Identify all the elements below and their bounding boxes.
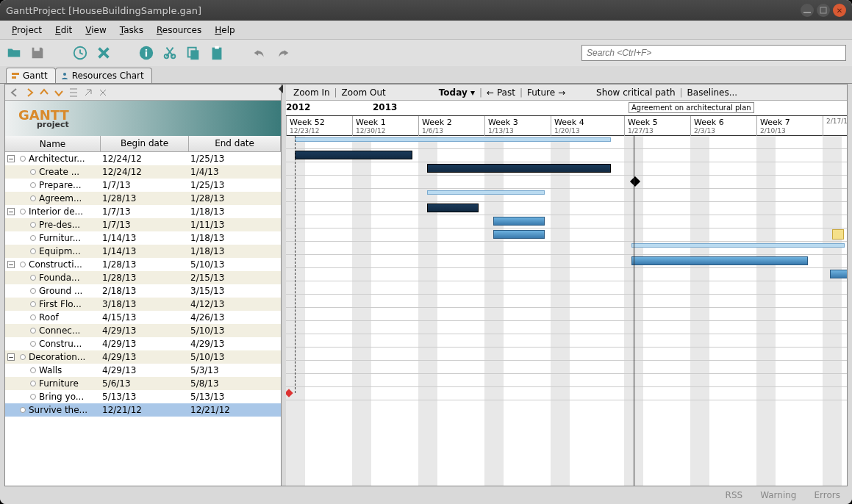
task-begin: 4/29/13 — [101, 365, 189, 375]
cut-icon[interactable] — [162, 45, 178, 61]
link-icon[interactable] — [83, 87, 93, 98]
table-row[interactable]: Pre-des...1/7/131/11/13 — [5, 218, 281, 231]
svg-rect-0 — [803, 12, 811, 13]
menu-view[interactable]: View — [79, 23, 112, 37]
table-row[interactable]: Agreem...1/28/131/28/13 — [5, 192, 281, 205]
arrow-left-icon[interactable] — [10, 87, 20, 98]
gantt-bar[interactable] — [631, 256, 808, 265]
menu-resources[interactable]: Resources — [151, 23, 207, 37]
delete-icon[interactable] — [96, 45, 112, 61]
menu-help[interactable]: Help — [209, 23, 240, 37]
gantt-bar[interactable] — [427, 164, 611, 173]
open-icon[interactable] — [6, 45, 22, 61]
table-row[interactable]: Roof4/15/134/26/13 — [5, 311, 281, 324]
future-button[interactable]: Future → — [527, 87, 565, 98]
note-icon[interactable] — [832, 229, 844, 240]
week-column: Week 112/30/12 — [352, 116, 418, 137]
status-rss[interactable]: RSS — [726, 490, 743, 500]
gantt-bar[interactable] — [295, 151, 412, 159]
properties-icon[interactable]: i — [138, 45, 154, 61]
arrow-down-icon[interactable] — [54, 87, 64, 98]
arrow-right-icon[interactable] — [24, 87, 35, 98]
history-icon[interactable] — [72, 45, 88, 61]
task-end: 1/4/13 — [189, 167, 281, 177]
task-bullet-icon — [30, 195, 36, 201]
task-name: Walls — [39, 365, 62, 375]
undo-icon[interactable] — [251, 45, 268, 61]
collapse-icon[interactable]: − — [7, 155, 15, 162]
table-row[interactable]: Equipm...1/14/131/18/13 — [5, 245, 281, 258]
collapse-icon[interactable]: − — [7, 353, 15, 361]
table-row[interactable]: Furniture5/6/135/8/13 — [5, 377, 281, 390]
save-icon[interactable] — [29, 45, 46, 61]
baselines-button[interactable]: Baselines... — [687, 87, 738, 98]
menu-tasks[interactable]: Tasks — [114, 23, 149, 37]
paste-icon[interactable] — [209, 45, 225, 61]
gantt-body[interactable] — [286, 136, 847, 486]
task-end: 1/18/13 — [189, 246, 281, 256]
week-column: 2/17/1 — [823, 116, 847, 137]
unlink-icon[interactable] — [98, 87, 108, 98]
gantt-bar[interactable] — [631, 243, 845, 248]
menu-project[interactable]: Project — [6, 23, 48, 37]
today-button[interactable]: Today ▾ — [439, 87, 475, 98]
minimize-button[interactable] — [801, 4, 814, 17]
task-bullet-icon — [20, 156, 26, 162]
task-end: 12/21/12 — [189, 405, 281, 415]
gantt-bar[interactable] — [493, 230, 545, 239]
gantt-bar[interactable] — [493, 217, 545, 226]
collapse-icon[interactable]: − — [7, 208, 15, 215]
copy-icon[interactable] — [185, 45, 201, 61]
table-row[interactable]: Connec...4/29/135/10/13 — [5, 324, 281, 337]
table-row[interactable]: Prepare...1/7/131/25/13 — [5, 179, 281, 192]
search-input[interactable] — [581, 45, 846, 61]
task-name: Equipm... — [39, 246, 81, 256]
critical-path-button[interactable]: Show critical path — [596, 87, 675, 98]
table-row[interactable]: Ground ...2/18/133/15/13 — [5, 284, 281, 298]
maximize-button[interactable] — [817, 4, 830, 17]
table-row[interactable]: First Flo...3/18/134/12/13 — [5, 298, 281, 311]
task-bullet-icon — [20, 262, 26, 267]
redo-icon[interactable] — [275, 45, 291, 61]
tab-gantt[interactable]: Gantt — [6, 68, 56, 83]
table-row[interactable]: Survive the...12/21/1212/21/12 — [5, 403, 281, 417]
task-panel: GANTTproject Name Begin date End date −A… — [5, 84, 282, 486]
status-errors[interactable]: Errors — [814, 490, 840, 500]
task-end: 1/28/13 — [189, 193, 281, 204]
gantt-bar[interactable] — [427, 190, 545, 195]
task-end: 2/15/13 — [189, 273, 281, 283]
week-column: Week 51/27/13 — [624, 116, 690, 137]
indent-icon[interactable] — [68, 87, 79, 98]
task-bullet-icon — [30, 222, 36, 228]
zoom-in-button[interactable]: Zoom In — [293, 87, 330, 98]
col-begin-header[interactable]: Begin date — [101, 136, 189, 151]
task-bullet-icon — [20, 407, 26, 413]
zoom-out-button[interactable]: Zoom Out — [342, 87, 386, 98]
status-warning[interactable]: Warning — [760, 490, 796, 500]
table-row[interactable]: −Decoration...4/29/135/10/13 — [5, 350, 281, 364]
col-end-header[interactable]: End date — [189, 136, 281, 151]
gantt-row — [286, 295, 847, 308]
table-row[interactable]: −Interior de...1/7/131/18/13 — [5, 205, 281, 218]
table-row[interactable]: Bring yo...5/13/135/13/13 — [5, 390, 281, 403]
table-row[interactable]: −Constructi...1/28/135/10/13 — [5, 258, 281, 271]
table-row[interactable]: Furnitur...1/14/131/18/13 — [5, 231, 281, 245]
table-row[interactable]: Walls4/29/135/3/13 — [5, 364, 281, 377]
collapse-icon[interactable]: − — [7, 261, 15, 268]
gantt-bar[interactable] — [830, 270, 847, 278]
svg-rect-12 — [12, 76, 16, 79]
close-button[interactable]: ✕ — [833, 4, 846, 17]
past-button[interactable]: ← Past — [487, 87, 515, 98]
col-name-header[interactable]: Name — [5, 136, 101, 151]
table-row[interactable]: −Architectur...12/24/121/25/13 — [5, 152, 281, 165]
gantt-bar[interactable] — [295, 137, 611, 142]
table-row[interactable]: Create ...12/24/121/4/13 — [5, 165, 281, 179]
week-column: Week 5212/23/12 — [286, 116, 352, 137]
menu-edit[interactable]: Edit — [49, 23, 78, 37]
tab-resources-chart[interactable]: Resources Chart — [55, 68, 152, 83]
task-bullet-icon — [30, 248, 36, 254]
gantt-bar[interactable] — [427, 204, 479, 212]
arrow-up-icon[interactable] — [39, 87, 49, 98]
table-row[interactable]: Constru...4/29/134/29/13 — [5, 337, 281, 350]
table-row[interactable]: Founda...1/28/132/15/13 — [5, 271, 281, 284]
